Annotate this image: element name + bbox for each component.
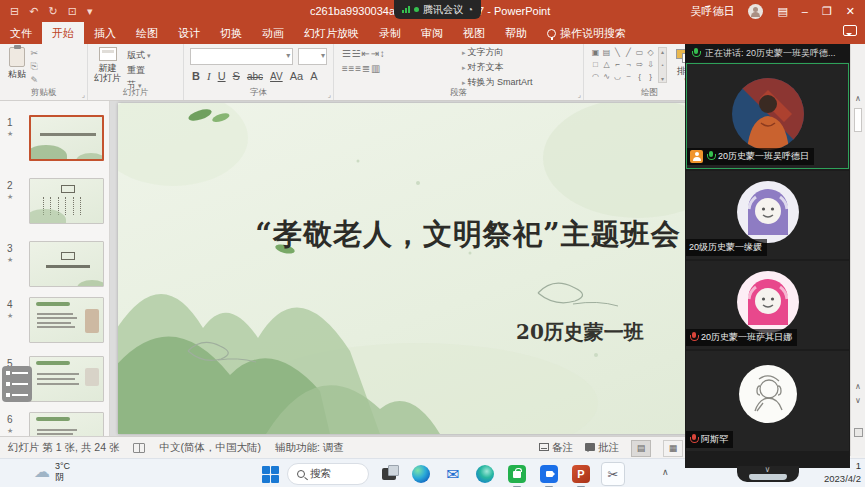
- notes-toggle[interactable]: 备注: [539, 441, 573, 455]
- next-slide-icon[interactable]: ∨: [855, 396, 861, 405]
- shape-icon[interactable]: ⇩: [645, 59, 656, 71]
- shapes-scrollbar[interactable]: ▴•▾: [658, 47, 667, 83]
- tab-review[interactable]: 审阅: [411, 22, 453, 44]
- slide-subtitle-text[interactable]: 20历史蒙一班: [516, 319, 644, 346]
- format-painter-icon[interactable]: ✎: [30, 75, 38, 85]
- cut-icon[interactable]: ✂: [30, 48, 38, 58]
- layout-button[interactable]: 版式: [127, 49, 150, 62]
- meeting-status-pill[interactable]: 腾讯会议 ◔: [394, 0, 481, 19]
- shape-icon[interactable]: ~: [623, 71, 634, 83]
- comments-toggle[interactable]: 批注: [585, 441, 619, 455]
- slide-thumbnail-5[interactable]: [29, 356, 104, 402]
- participant-tile[interactable]: 20历史蒙一班吴呼德日: [686, 63, 849, 169]
- shape-icon[interactable]: ⇨: [634, 59, 645, 71]
- powerpoint-button[interactable]: P: [569, 462, 593, 486]
- account-avatar[interactable]: [748, 4, 763, 19]
- collapse-panel-button[interactable]: ∨: [737, 466, 799, 482]
- weather-widget[interactable]: ☁ 3°C 阴: [34, 461, 70, 483]
- shape-icon[interactable]: ╲: [612, 47, 623, 59]
- new-slide-button[interactable]: 新建 幻灯片: [94, 44, 121, 92]
- bold-button[interactable]: B: [192, 70, 200, 82]
- minimize-button[interactable]: –: [802, 5, 808, 17]
- ppt-vertical-scrollbar[interactable]: ∧ ∧ ∨: [850, 44, 865, 456]
- shape-icon[interactable]: ╱: [623, 47, 634, 59]
- underline-button[interactable]: U: [218, 70, 226, 82]
- scrollbar-option-icon[interactable]: [854, 428, 863, 437]
- align-text-button[interactable]: 对齐文本: [462, 61, 532, 74]
- font-name-combobox[interactable]: [190, 48, 293, 65]
- accessibility-status[interactable]: 辅助功能: 调查: [275, 441, 344, 455]
- tab-file[interactable]: 文件: [0, 22, 42, 44]
- tab-slideshow[interactable]: 幻灯片放映: [294, 22, 369, 44]
- shape-icon[interactable]: ▣: [590, 47, 601, 59]
- shape-icon[interactable]: ◇: [645, 47, 656, 59]
- edge-browser-button[interactable]: [409, 462, 433, 486]
- participant-tile[interactable]: 20历史蒙一班萨其日娜: [686, 261, 849, 349]
- slide-thumbnail-1[interactable]: [29, 115, 104, 161]
- participant-tile[interactable]: 20级历史蒙一缘媛: [686, 171, 849, 259]
- reset-button[interactable]: 重置: [127, 64, 150, 77]
- shape-icon[interactable]: □: [590, 59, 601, 71]
- slide-sorter-view-button[interactable]: ▦: [663, 440, 683, 457]
- shape-icon[interactable]: }: [645, 71, 656, 83]
- close-button[interactable]: ✕: [846, 5, 855, 18]
- spellcheck-icon[interactable]: [133, 443, 145, 453]
- tencent-meeting-button[interactable]: [537, 462, 561, 486]
- snip-tool-button[interactable]: ✂: [601, 462, 625, 486]
- language-indicator[interactable]: 中文(简体，中国大陆): [159, 441, 261, 455]
- shape-icon[interactable]: △: [601, 59, 612, 71]
- tab-insert[interactable]: 插入: [84, 22, 126, 44]
- italic-button[interactable]: I: [207, 70, 211, 82]
- shape-icon[interactable]: ▤: [601, 47, 612, 59]
- app-store-button[interactable]: [505, 462, 529, 486]
- strikethrough-button[interactable]: abc: [247, 71, 263, 82]
- tab-help[interactable]: 帮助: [495, 22, 537, 44]
- taskbar-search[interactable]: 搜索: [287, 463, 369, 485]
- comments-icon[interactable]: [843, 25, 857, 36]
- shape-icon[interactable]: ◠: [590, 71, 601, 83]
- shape-icon[interactable]: ¬: [623, 59, 634, 71]
- tab-view[interactable]: 视图: [453, 22, 495, 44]
- font-color-button[interactable]: A: [310, 70, 317, 82]
- qat-customize-icon[interactable]: ▾: [87, 5, 93, 18]
- scroll-up-icon[interactable]: ∧: [855, 94, 861, 103]
- account-name[interactable]: 吴呼德日: [690, 4, 734, 19]
- copy-icon[interactable]: ⎘: [30, 61, 38, 72]
- tab-design[interactable]: 设计: [168, 22, 210, 44]
- shape-icon[interactable]: ⌐: [612, 59, 623, 71]
- tab-animations[interactable]: 动画: [252, 22, 294, 44]
- start-button[interactable]: [262, 466, 279, 483]
- normal-view-button[interactable]: ▤: [631, 440, 651, 457]
- font-size-combobox[interactable]: [298, 48, 327, 65]
- shadow-button[interactable]: S: [233, 70, 240, 82]
- shape-icon[interactable]: ▭: [634, 47, 645, 59]
- restore-button[interactable]: ❐: [822, 5, 832, 18]
- slide-thumbnail-3[interactable]: [29, 241, 104, 287]
- mail-button[interactable]: ✉: [441, 462, 465, 486]
- shape-icon[interactable]: {: [634, 71, 645, 83]
- paragraph-row2-icons[interactable]: ≡ ≡ ≡ ≣ ▥: [334, 59, 583, 74]
- paragraph-row1-icons[interactable]: ☰ ☱ ⇤ ⇥ ↕: [334, 44, 583, 59]
- participant-tile[interactable]: 阿斯罕: [686, 351, 849, 451]
- tell-me-search[interactable]: 操作说明搜索: [537, 22, 636, 44]
- undo-icon[interactable]: ↶: [29, 5, 38, 18]
- slide-thumbnail-2[interactable]: [29, 178, 104, 224]
- tab-home[interactable]: 开始: [42, 22, 84, 44]
- dialog-launcher-icon[interactable]: ⌟: [328, 91, 331, 99]
- tab-draw[interactable]: 绘图: [126, 22, 168, 44]
- redo-icon[interactable]: ↻: [48, 5, 57, 18]
- ribbon-display-options-icon[interactable]: ▤: [777, 5, 787, 18]
- hidden-icons-chevron[interactable]: ∧: [662, 467, 669, 477]
- task-view-button[interactable]: [377, 462, 401, 486]
- text-direction-button[interactable]: 文字方向: [462, 46, 532, 59]
- scrollbar-thumb[interactable]: [854, 108, 862, 132]
- tab-transitions[interactable]: 切换: [210, 22, 252, 44]
- shape-icon[interactable]: ∿: [601, 71, 612, 83]
- floating-list-widget[interactable]: [2, 366, 32, 402]
- char-spacing-button[interactable]: AV: [270, 71, 283, 82]
- dialog-launcher-icon[interactable]: ⌟: [82, 91, 85, 99]
- paste-button[interactable]: 粘贴: [8, 44, 26, 79]
- slide-thumbnail-4[interactable]: [29, 297, 104, 343]
- browser-360-button[interactable]: [473, 462, 497, 486]
- shape-icon[interactable]: ◡: [612, 71, 623, 83]
